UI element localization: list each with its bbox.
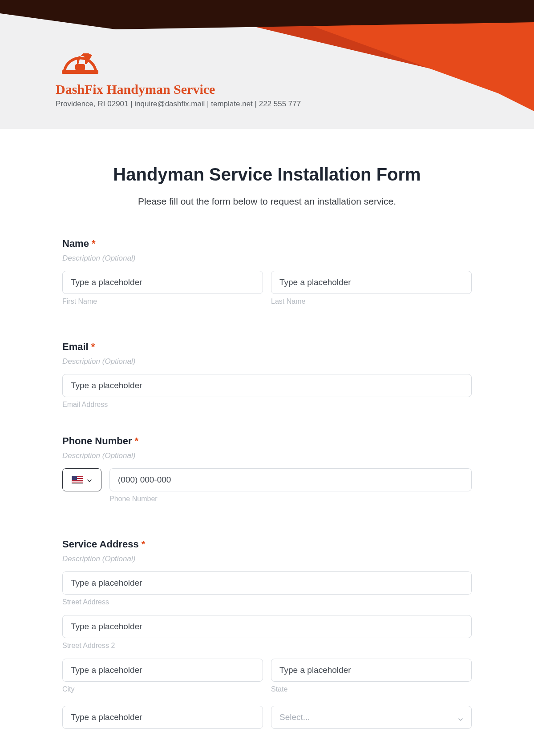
- first-name-input[interactable]: [62, 271, 263, 294]
- required-mark: *: [135, 435, 139, 446]
- chevron-down-icon: [458, 715, 463, 720]
- svg-rect-3: [62, 70, 98, 74]
- email-input[interactable]: [62, 374, 472, 397]
- page-title: Handyman Service Installation Form: [62, 165, 472, 185]
- zip-input[interactable]: [62, 706, 263, 729]
- country-select-placeholder: Select...: [279, 712, 310, 722]
- brand-name: DashFix Handyman Service: [56, 82, 301, 97]
- state-sublabel: State: [271, 685, 472, 693]
- name-description: Description (Optional): [62, 254, 472, 263]
- phone-label-text: Phone Number: [62, 435, 132, 446]
- email-label: Email *: [62, 341, 472, 353]
- address-label: Service Address *: [62, 539, 472, 550]
- state-input[interactable]: [271, 659, 472, 682]
- svg-rect-4: [75, 64, 85, 70]
- last-name-input[interactable]: [271, 271, 472, 294]
- name-label: Name *: [62, 238, 472, 249]
- country-select[interactable]: Select...: [271, 706, 472, 729]
- page-subtitle: Please fill out the form below to reques…: [62, 196, 472, 207]
- street-address-1-input[interactable]: [62, 571, 472, 595]
- required-mark: *: [91, 341, 95, 352]
- phone-sublabel: Phone Number: [109, 495, 472, 503]
- required-mark: *: [92, 238, 96, 249]
- form-container: Handyman Service Installation Form Pleas…: [62, 129, 472, 747]
- email-label-text: Email: [62, 341, 89, 352]
- address-label-text: Service Address: [62, 539, 139, 550]
- street-address-2-input[interactable]: [62, 615, 472, 638]
- address-description: Description (Optional): [62, 555, 472, 563]
- field-group-phone: Phone Number * Description (Optional) Ph…: [62, 435, 472, 512]
- first-name-sublabel: First Name: [62, 298, 263, 306]
- phone-description: Description (Optional): [62, 451, 472, 460]
- field-group-address: Service Address * Description (Optional)…: [62, 539, 472, 729]
- required-mark: *: [142, 539, 146, 550]
- brand-contact: Providence, RI 02901 | inquire@dashfix.m…: [56, 100, 301, 109]
- email-description: Description (Optional): [62, 357, 472, 366]
- city-input[interactable]: [62, 659, 263, 682]
- street-address-2-sublabel: Street Address 2: [62, 642, 472, 650]
- brand-block: DashFix Handyman Service Providence, RI …: [56, 44, 301, 109]
- street-address-1-sublabel: Street Address: [62, 598, 472, 606]
- field-group-name: Name * Description (Optional) First Name…: [62, 238, 472, 314]
- header-band: DashFix Handyman Service Providence, RI …: [0, 0, 534, 129]
- email-sublabel: Email Address: [62, 401, 472, 409]
- us-flag-icon: [72, 476, 83, 484]
- country-code-picker[interactable]: [62, 468, 101, 491]
- name-label-text: Name: [62, 238, 89, 249]
- last-name-sublabel: Last Name: [271, 298, 472, 306]
- chevron-down-icon: [87, 477, 92, 483]
- field-group-email: Email * Description (Optional) Email Add…: [62, 341, 472, 409]
- city-sublabel: City: [62, 685, 263, 693]
- brand-logo-icon: [56, 44, 301, 78]
- phone-label: Phone Number *: [62, 435, 472, 447]
- phone-input[interactable]: [109, 468, 472, 491]
